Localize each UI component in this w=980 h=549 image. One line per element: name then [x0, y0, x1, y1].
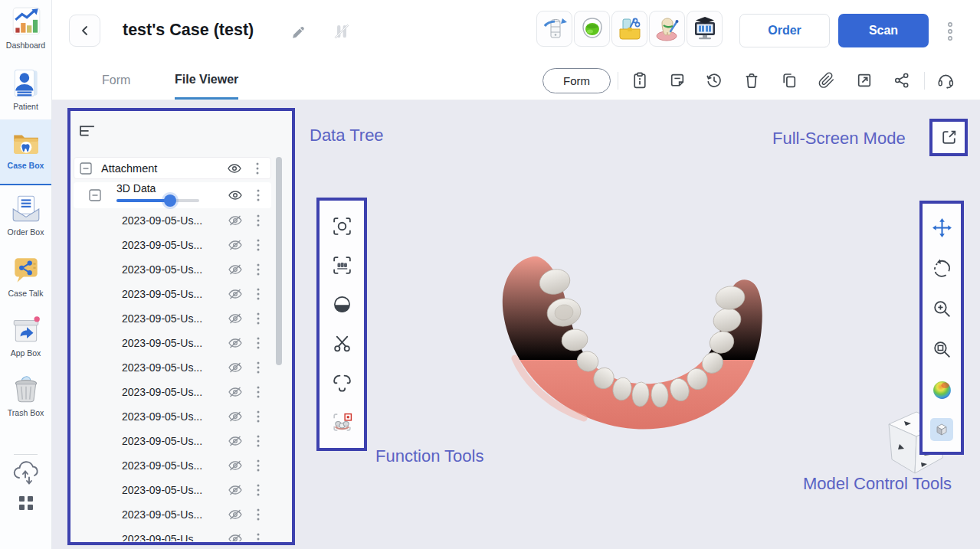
rotate-tool-button[interactable] — [929, 255, 955, 281]
dental-3d-model[interactable] — [469, 243, 775, 435]
visibility-off-button[interactable] — [227, 433, 244, 449]
sidebar-item-case-talk[interactable]: Case Talk — [0, 254, 51, 298]
tree-file-row[interactable]: 2023-09-05-Us... — [74, 453, 271, 478]
sidebar-item-app-box[interactable]: App Box — [0, 314, 51, 358]
visibility-off-button[interactable] — [227, 359, 244, 376]
row-menu-button[interactable] — [251, 212, 265, 229]
visibility-off-button[interactable] — [227, 261, 244, 278]
row-menu-button[interactable] — [251, 160, 264, 177]
sidebar-item-dashboard[interactable]: Dashboard — [0, 6, 51, 50]
model-snapshot-button[interactable] — [329, 410, 355, 436]
tab-form[interactable]: Form — [102, 61, 130, 100]
back-button[interactable] — [69, 15, 100, 47]
copy-button[interactable] — [780, 71, 798, 90]
row-menu-button[interactable] — [251, 286, 265, 302]
visibility-off-button[interactable] — [227, 310, 244, 327]
visibility-off-button[interactable] — [227, 212, 244, 229]
tab-file-viewer[interactable]: File Viewer — [175, 61, 238, 100]
row-menu-button[interactable] — [251, 335, 265, 351]
visibility-off-button[interactable] — [227, 286, 244, 302]
header-more-menu[interactable] — [946, 21, 955, 45]
opacity-slider[interactable] — [116, 199, 199, 202]
tree-file-row[interactable]: 2023-09-05-Us... — [74, 478, 271, 502]
tree-view-toggle[interactable] — [77, 123, 97, 145]
view-cube-toggle-button[interactable] — [930, 418, 953, 441]
tree-file-row[interactable]: 2023-09-05-Us... — [74, 429, 271, 453]
opacity-slider-thumb[interactable] — [164, 194, 176, 207]
attachment-button[interactable] — [818, 71, 836, 90]
row-menu-button[interactable] — [251, 408, 265, 425]
row-menu-button[interactable] — [251, 187, 265, 204]
panel-scrollbar-thumb[interactable] — [276, 157, 282, 365]
academy-app-button[interactable] — [687, 11, 723, 47]
collapse-minus-icon[interactable] — [80, 162, 92, 175]
visibility-on-button[interactable] — [226, 160, 243, 177]
row-menu-button[interactable] — [251, 261, 265, 278]
tree-root-row[interactable]: Attachment — [74, 157, 271, 179]
share-button[interactable] — [893, 71, 911, 90]
capture-screenshot-button[interactable] — [329, 213, 355, 239]
tree-file-row[interactable]: 2023-09-05-Us... — [74, 502, 271, 527]
occlusal-arch-button[interactable] — [329, 371, 355, 397]
tree-file-row[interactable]: 2023-09-05-Us... — [74, 404, 271, 429]
zoom-in-tool-button[interactable] — [929, 296, 955, 322]
visibility-off-button[interactable] — [227, 384, 244, 400]
tree-group-row[interactable]: 3D Data — [74, 182, 271, 208]
sidebar-item-case-box[interactable]: Case Box — [0, 119, 51, 185]
design-app-button[interactable] — [649, 11, 685, 47]
support-button[interactable] — [936, 71, 955, 90]
capture-model-button[interactable] — [329, 252, 355, 278]
export-button[interactable] — [855, 71, 873, 90]
tree-file-row[interactable]: 2023-09-05-Us... — [74, 306, 271, 331]
sidebar-item-patient[interactable]: Patient — [0, 67, 51, 111]
visibility-off-button[interactable] — [227, 237, 244, 253]
row-menu-button[interactable] — [251, 531, 265, 541]
sidebar-item-order-box[interactable]: Order Box — [0, 193, 51, 237]
delete-button[interactable] — [742, 71, 761, 90]
visibility-off-button[interactable] — [227, 408, 244, 425]
toolbox-app-button[interactable] — [611, 11, 647, 47]
move-tool-button[interactable] — [929, 214, 955, 240]
row-menu-button[interactable] — [251, 310, 265, 327]
tree-file-row[interactable]: 2023-09-05-Us... — [74, 208, 271, 233]
row-menu-button[interactable] — [251, 457, 265, 474]
visibility-off-button[interactable] — [227, 335, 244, 351]
row-menu-button[interactable] — [251, 359, 265, 376]
visibility-off-button[interactable] — [227, 506, 244, 523]
history-button[interactable] — [705, 71, 723, 90]
visibility-off-button[interactable] — [227, 482, 244, 498]
sidebar-item-trash-box[interactable]: Trash Box — [0, 374, 51, 417]
full-screen-button[interactable] — [929, 119, 968, 156]
edit-title-button[interactable] — [290, 23, 307, 43]
visibility-off-button[interactable] — [227, 531, 244, 541]
memo-button[interactable] — [668, 71, 687, 90]
tree-file-row[interactable]: 2023-09-05-Us... — [74, 331, 271, 355]
file-viewer-canvas[interactable]: Attachment — [52, 100, 980, 549]
visibility-on-button[interactable] — [227, 187, 244, 204]
row-menu-button[interactable] — [251, 384, 265, 400]
color-map-button[interactable] — [929, 377, 955, 404]
case-info-button[interactable] — [631, 71, 649, 90]
tree-file-row[interactable]: 2023-09-05-Us... — [74, 527, 271, 541]
row-menu-button[interactable] — [251, 433, 265, 449]
zoom-region-tool-button[interactable] — [929, 337, 955, 363]
tree-file-row[interactable]: 2023-09-05-Us... — [74, 257, 271, 282]
row-menu-button[interactable] — [251, 506, 265, 523]
visibility-off-button[interactable] — [227, 457, 244, 474]
form-pill-button[interactable]: Form — [542, 68, 611, 93]
row-menu-button[interactable] — [251, 482, 265, 498]
collapse-minus-icon[interactable] — [89, 189, 101, 201]
apps-grid-button[interactable] — [0, 492, 51, 518]
cloud-sync-button[interactable] — [0, 459, 51, 489]
tree-file-row[interactable]: 2023-09-05-Us... — [74, 282, 271, 306]
tree-file-row[interactable]: 2023-09-05-Us... — [74, 380, 271, 404]
trim-button[interactable] — [329, 331, 355, 357]
scan-button[interactable]: Scan — [838, 14, 929, 47]
row-menu-button[interactable] — [251, 237, 265, 253]
order-button[interactable]: Order — [739, 14, 830, 47]
occlusion-display-button[interactable] — [329, 292, 355, 318]
crown-app-button[interactable] — [574, 11, 610, 47]
scan-app-button[interactable] — [536, 11, 572, 47]
tree-file-row[interactable]: 2023-09-05-Us... — [74, 233, 271, 257]
tree-file-row[interactable]: 2023-09-05-Us... — [74, 355, 271, 380]
